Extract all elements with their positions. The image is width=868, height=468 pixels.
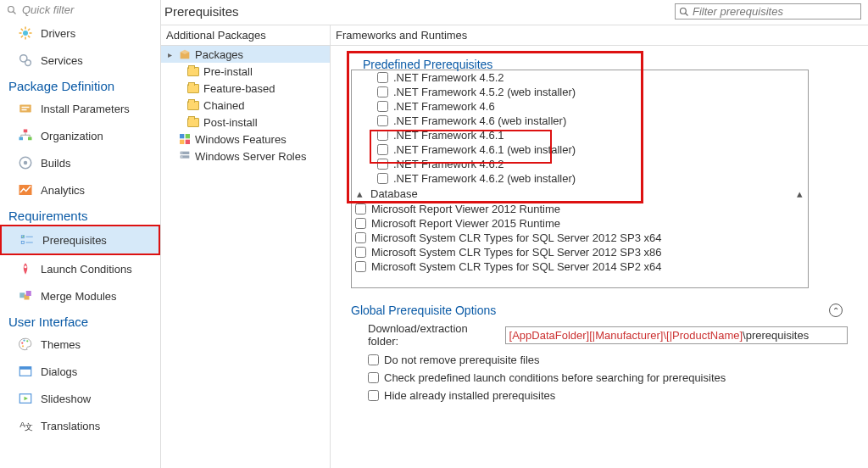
nav-item-themes[interactable]: Themes	[0, 331, 160, 358]
prereq-item[interactable]: Microsoft Report Viewer 2015 Runtime	[352, 216, 808, 231]
filter-prerequisites-input[interactable]: Filter prerequisites	[675, 3, 861, 20]
prereq-label: Microsoft Report Viewer 2012 Runtime	[371, 203, 560, 215]
option-label: Hide already installed prerequisites	[384, 389, 555, 402]
svg-rect-24	[21, 242, 24, 244]
frameworks-body: Predefined Prerequisites .NET Framework …	[331, 46, 868, 468]
prereq-checkbox[interactable]	[377, 101, 388, 112]
page-title: Prerequisites	[164, 4, 239, 19]
collapse-toggle-icon[interactable]: ⌃	[829, 304, 843, 317]
prereq-checkbox[interactable]	[355, 203, 366, 214]
option-do-not-remove[interactable]: Do not remove prerequisite files	[351, 351, 848, 369]
prereq-group-database[interactable]: ▴ Database ▴	[352, 186, 808, 202]
svg-line-41	[686, 13, 688, 15]
header-bar: Prerequisites Filter prerequisites	[161, 0, 868, 25]
tree-node-windows-features[interactable]: Windows Features	[161, 131, 330, 148]
additional-packages-tree: Additional Packages ▸ Packages Pre-insta…	[161, 25, 331, 468]
prereq-item[interactable]: Microsoft System CLR Types for SQL Serve…	[352, 259, 808, 274]
svg-rect-29	[26, 291, 31, 296]
folder-icon	[186, 64, 200, 78]
nav-item-prerequisites[interactable]: Prerequisites	[0, 225, 160, 255]
quick-filter[interactable]: Quick filter	[0, 0, 160, 20]
nav-item-install-parameters[interactable]: Install Parameters	[0, 95, 160, 122]
prereq-checkbox[interactable]	[377, 173, 388, 184]
filter-placeholder: Filter prerequisites	[693, 5, 783, 18]
option-hide-installed[interactable]: Hide already installed prerequisites	[351, 387, 848, 404]
prerequisites-icon	[19, 231, 36, 248]
prereq-item[interactable]: .NET Framework 4.6.1	[352, 128, 808, 142]
predefined-prerequisites-list[interactable]: .NET Framework 4.5.2 .NET Framework 4.5.…	[351, 70, 809, 288]
prereq-item[interactable]: .NET Framework 4.5.2 (web installer)	[352, 85, 808, 99]
nav-item-drivers[interactable]: Drivers	[0, 20, 160, 47]
tree-node-label: Post-install	[203, 116, 258, 129]
prereq-checkbox[interactable]	[377, 130, 388, 141]
prereq-item[interactable]: Microsoft System CLR Types for SQL Serve…	[352, 231, 808, 245]
prereq-item[interactable]: .NET Framework 4.6.2 (web installer)	[352, 171, 808, 186]
nav-item-label: Themes	[41, 338, 81, 351]
prereq-checkbox[interactable]	[377, 144, 388, 155]
right-panel: Prerequisites Filter prerequisites Addit…	[161, 0, 868, 468]
nav-item-merge-modules[interactable]: Merge Modules	[0, 282, 160, 309]
tree-node-feature-based[interactable]: Feature-based	[183, 80, 330, 97]
windows-server-roles-icon	[178, 149, 192, 163]
option-checkbox[interactable]	[368, 372, 379, 383]
download-folder-suffix: \prerequisites	[743, 329, 809, 342]
svg-point-50	[181, 153, 182, 153]
prereq-item[interactable]: .NET Framework 4.5.2	[352, 70, 808, 85]
svg-rect-47	[186, 140, 190, 144]
nav-item-launch-conditions[interactable]: Launch Conditions	[0, 255, 160, 282]
svg-rect-14	[22, 107, 30, 109]
download-folder-input[interactable]: [AppDataFolder][|Manufacturer]\[|Product…	[505, 326, 848, 344]
nav-item-label: Drivers	[41, 27, 75, 40]
nav-item-organization[interactable]: Organization	[0, 122, 160, 149]
svg-point-2	[23, 31, 28, 36]
prereq-item[interactable]: .NET Framework 4.6.2	[352, 157, 808, 171]
svg-point-31	[23, 339, 25, 341]
prereq-item[interactable]: .NET Framework 4.6	[352, 99, 808, 114]
nav-item-builds[interactable]: Builds	[0, 149, 160, 176]
svg-line-10	[28, 29, 30, 31]
tree-node-packages[interactable]: ▸ Packages	[161, 46, 330, 63]
tree-node-chained[interactable]: Chained	[183, 97, 330, 114]
option-check-launch-conditions[interactable]: Check predefined launch conditions befor…	[351, 369, 848, 387]
install-params-icon	[17, 100, 34, 117]
option-checkbox[interactable]	[368, 390, 379, 401]
prereq-checkbox[interactable]	[355, 261, 366, 272]
nav-item-dialogs[interactable]: Dialogs	[0, 358, 160, 385]
collapse-caret-icon[interactable]: ▴	[797, 187, 803, 200]
svg-line-1	[14, 11, 16, 14]
svg-point-30	[21, 342, 23, 343]
option-checkbox[interactable]	[368, 354, 379, 365]
global-options-title: Global Prerequisite Options	[351, 304, 848, 317]
prereq-checkbox[interactable]	[377, 159, 388, 170]
nav-item-analytics[interactable]: Analytics	[0, 176, 160, 203]
folder-icon	[186, 81, 200, 95]
tree-node-post-install[interactable]: Post-install	[183, 114, 330, 131]
prereq-checkbox[interactable]	[377, 72, 388, 83]
tree-node-pre-install[interactable]: Pre-install	[183, 63, 330, 80]
tree-node-label: Windows Features	[195, 133, 287, 146]
nav-item-slideshow[interactable]: Slideshow	[0, 385, 160, 412]
nav-item-services[interactable]: Services	[0, 47, 160, 74]
tree-node-windows-server-roles[interactable]: Windows Server Roles	[161, 148, 330, 164]
nav-item-translations[interactable]: A文 Translations	[0, 412, 160, 439]
svg-point-32	[26, 340, 28, 342]
body-split: Additional Packages ▸ Packages Pre-insta…	[161, 25, 868, 468]
prereq-checkbox[interactable]	[355, 218, 366, 229]
prereq-checkbox[interactable]	[377, 115, 388, 126]
prereq-item[interactable]: .NET Framework 4.6.1 (web installer)	[352, 142, 808, 157]
prereq-checkbox[interactable]	[355, 232, 366, 243]
svg-point-0	[8, 6, 14, 12]
prereq-item[interactable]: Microsoft Report Viewer 2012 Runtime	[352, 202, 808, 216]
search-icon	[7, 5, 17, 15]
collapse-caret-icon[interactable]: ▴	[357, 187, 363, 200]
prereq-item[interactable]: .NET Framework 4.6 (web installer)	[352, 114, 808, 128]
prereq-item[interactable]: Microsoft System CLR Types for SQL Serve…	[352, 245, 808, 259]
dialogs-icon	[17, 363, 34, 380]
tree-toggle-icon[interactable]: ▸	[164, 50, 175, 59]
tree-node-label: Pre-install	[203, 65, 253, 78]
prereq-checkbox[interactable]	[355, 247, 366, 258]
prereq-checkbox[interactable]	[377, 86, 388, 98]
folder-icon	[186, 98, 200, 112]
nav-item-label: Organization	[41, 130, 103, 142]
nav-item-label: Install Parameters	[41, 103, 130, 115]
